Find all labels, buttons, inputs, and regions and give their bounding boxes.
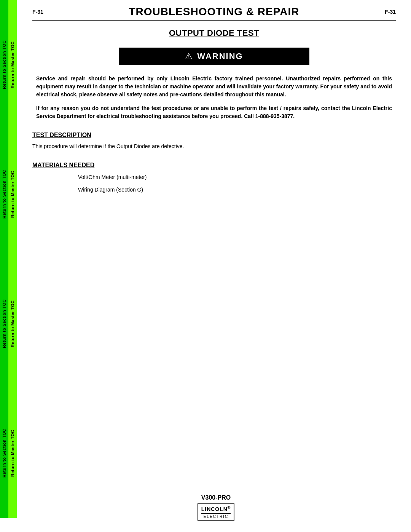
warning-box: ⚠ WARNING bbox=[119, 48, 309, 65]
return-section-toc-4[interactable]: Return to Section TOC bbox=[0, 388, 8, 518]
materials-list: Volt/Ohm Meter (multi-meter) Wiring Diag… bbox=[32, 173, 396, 195]
page-header: F-31 TROUBLESHOOTING & REPAIR F-31 bbox=[32, 6, 396, 21]
logo-subtitle: ELECTRIC bbox=[201, 513, 231, 519]
sidebar-group-1: Return to Section TOC Return to Master T… bbox=[0, 0, 21, 129]
warning-paragraph-1: Service and repair should be performed b… bbox=[32, 75, 396, 99]
warning-paragraph-2: If for any reason you do not understand … bbox=[32, 104, 396, 120]
return-section-toc-3[interactable]: Return to Section TOC bbox=[0, 259, 8, 388]
warning-label: WARNING bbox=[197, 51, 243, 61]
model-number: V300-PRO bbox=[21, 494, 411, 501]
sidebar: Return to Section TOC Return to Master T… bbox=[0, 0, 21, 532]
logo-name: LINCOLN® bbox=[201, 506, 231, 512]
material-item-1: Volt/Ohm Meter (multi-meter) bbox=[78, 173, 396, 182]
sidebar-group-4: Return to Section TOC Return to Master T… bbox=[0, 388, 21, 518]
page-num-right: F-31 bbox=[385, 9, 396, 15]
test-description-body: This procedure will determine if the Out… bbox=[32, 142, 396, 150]
lincoln-logo: LINCOLN® ELECTRIC bbox=[198, 503, 235, 521]
materials-needed-heading: MATERIALS NEEDED bbox=[32, 162, 396, 169]
return-master-toc-4[interactable]: Return to Master TOC bbox=[8, 388, 17, 518]
return-master-toc-1[interactable]: Return to Master TOC bbox=[8, 0, 17, 129]
return-master-toc-3[interactable]: Return to Master TOC bbox=[8, 259, 17, 388]
warning-icon: ⚠ bbox=[185, 51, 193, 61]
page-footer: V300-PRO LINCOLN® ELECTRIC bbox=[21, 494, 411, 521]
sidebar-group-3: Return to Section TOC Return to Master T… bbox=[0, 259, 21, 388]
page-title: TROUBLESHOOTING & REPAIR bbox=[43, 6, 385, 18]
return-section-toc-2[interactable]: Return to Section TOC bbox=[0, 129, 8, 259]
page-num-left: F-31 bbox=[32, 9, 43, 15]
return-section-toc-1[interactable]: Return to Section TOC bbox=[0, 0, 8, 129]
main-content: F-31 TROUBLESHOOTING & REPAIR F-31 OUTPU… bbox=[21, 0, 411, 532]
return-master-toc-2[interactable]: Return to Master TOC bbox=[8, 129, 17, 259]
section-title: OUTPUT DIODE TEST bbox=[32, 28, 396, 38]
test-description-heading: TEST DESCRIPTION bbox=[32, 132, 396, 139]
sidebar-group-2: Return to Section TOC Return to Master T… bbox=[0, 129, 21, 259]
material-item-2: Wiring Diagram (Section G) bbox=[78, 185, 396, 195]
